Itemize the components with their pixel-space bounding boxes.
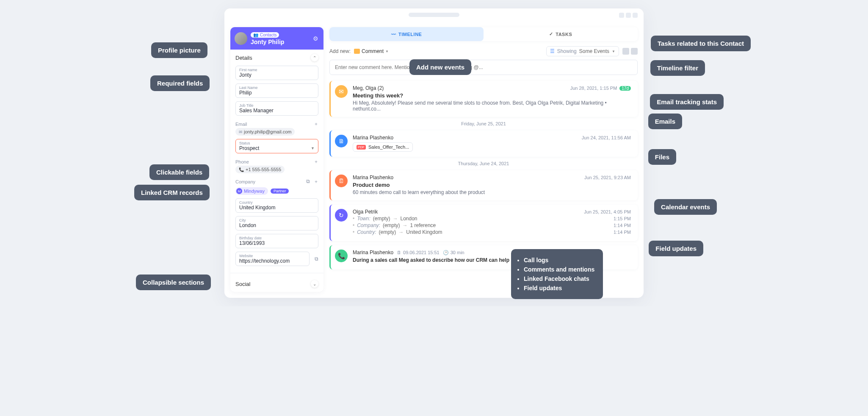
callout-list-item: Call logs (524, 257, 594, 263)
history-event-icon: ↻ (335, 209, 348, 222)
callout-list: Call logs Comments and mentions Linked F… (511, 249, 603, 299)
callout-tracking: Email tracking stats (650, 94, 724, 110)
details-label: Details (235, 55, 252, 61)
event-date: Jun 25, 2021, 9:23 AM (584, 175, 631, 180)
view-toggle-1[interactable] (622, 48, 629, 55)
filter-value: Some Events (579, 48, 609, 54)
last-name-field[interactable]: Last Name Philip (235, 83, 318, 98)
add-phone-button[interactable]: ＋ (314, 158, 318, 165)
field-value: Sales Manager (239, 108, 315, 114)
field-label: Last Name (239, 86, 315, 90)
tab-timeline[interactable]: 〰 TIMELINE (329, 27, 484, 41)
update-line: • Town: (empty) → London 1:15 PM (353, 216, 631, 222)
event-author: Marina Plashenko (353, 250, 393, 255)
event-author: Marina Plashenko (353, 135, 393, 141)
file-event-icon: 🗎 (335, 135, 348, 147)
event-title: Meeting this week? (353, 92, 631, 99)
phone-header-row: Phone ＋ (235, 157, 318, 166)
view-toggle-2[interactable] (631, 48, 638, 55)
comment-input[interactable] (329, 60, 638, 75)
calendar-event-icon: 🗓 (335, 175, 348, 187)
event-calendar[interactable]: 🗓 Marina Plashenko Jun 25, 2021, 9:23 AM… (329, 170, 638, 200)
email-event-icon: ✉ (335, 85, 348, 98)
update-time: 1:14 PM (614, 230, 631, 235)
comment-label: Comment (362, 48, 384, 54)
field-label: Status (239, 141, 315, 145)
comment-icon (354, 49, 360, 54)
chevron-down-icon: ▼ (612, 50, 615, 53)
company-chip[interactable]: M Mindyway (235, 187, 268, 195)
tasks-icon: ✓ (549, 31, 553, 37)
update-from: (empty) (379, 229, 396, 235)
contact-sidebar: 👥 Contacts Jonty Philip ⚙ Details ⌃ Firs… (230, 27, 323, 292)
field-label: Birthday date (239, 236, 315, 240)
email-value: jonty.philip@gmail.com (244, 129, 291, 134)
field-value: London (239, 222, 315, 228)
profile-name: Jonty Philip (251, 39, 310, 45)
country-field[interactable]: Country United Kingdom (235, 198, 318, 213)
file-chip[interactable]: PDF Sales_Offer_Tech... (353, 142, 413, 152)
clock-icon: 🕑 (443, 250, 449, 255)
details-header[interactable]: Details ⌃ (230, 50, 323, 66)
email-chip[interactable]: ✉ jonty.philip@gmail.com (235, 128, 295, 136)
social-header[interactable]: Social ⌄ (230, 276, 323, 292)
email-header-row: Email ＋ (235, 119, 318, 128)
job-title-field[interactable]: Job Title Sales Manager (235, 101, 318, 116)
calendar-icon: 🗓 (397, 250, 401, 255)
external-link-icon[interactable]: ⧉ (306, 178, 310, 184)
tabs: 〰 TIMELINE ✓ TASKS (329, 27, 638, 41)
company-label: Company (235, 179, 255, 184)
first-name-field[interactable]: First name Jonty (235, 66, 318, 80)
callout-collapsible: Collapsible sections (136, 275, 211, 290)
event-title: Product demo (353, 182, 631, 188)
tracking-badge: 17d (619, 86, 631, 91)
phone-value: +1 555-555-5555 (246, 167, 281, 172)
chevron-up-icon[interactable]: ⌃ (311, 54, 318, 61)
date-separator: Friday, June 25, 2021 (329, 121, 638, 126)
tab-timeline-label: TIMELINE (398, 32, 422, 37)
event-author: Marina Plashenko (353, 175, 393, 180)
chevron-down-icon[interactable]: ⌄ (311, 280, 318, 288)
update-to: 1 reference (410, 222, 436, 228)
callout-required: Required fields (150, 75, 210, 91)
partner-chip[interactable]: Partner (271, 189, 289, 194)
event-date: Jun 28, 2021, 1:15 PM (570, 86, 617, 91)
add-new-label: Add new: (329, 48, 351, 54)
add-comment-button[interactable]: Comment ▼ (354, 48, 389, 54)
event-field-update[interactable]: ↻ Olga Petrik Jun 25, 2021, 4:05 PM • To… (329, 205, 638, 241)
event-email[interactable]: ✉ Meg, Olga (2) Jun 28, 2021, 1:15 PM 17… (329, 81, 638, 117)
event-date: Jun 25, 2021, 4:05 PM (584, 209, 631, 214)
company-header-row: Company ⧉ ＋ (235, 177, 318, 186)
event-file[interactable]: 🗎 Marina Plashenko Jun 24, 2021, 11:56 A… (329, 130, 638, 157)
field-value: United Kingdom (239, 205, 315, 211)
company-chip-row: M Mindyway Partner (235, 187, 318, 195)
filter-icon: ☰ (550, 48, 555, 54)
update-to: United Kingdom (406, 229, 442, 235)
phone-label: Phone (235, 159, 249, 164)
callout-files: Files (648, 149, 676, 165)
timeline-icon: 〰 (391, 32, 396, 37)
status-field[interactable]: Status Prospect ▼ (235, 139, 318, 153)
update-time: 1:14 PM (614, 223, 631, 228)
tab-tasks[interactable]: ✓ TASKS (484, 27, 638, 41)
add-email-button[interactable]: ＋ (314, 121, 318, 127)
event-body: Hi Meg, Absolutely! Please send me sever… (353, 100, 631, 112)
contacts-chip[interactable]: 👥 Contacts (251, 32, 279, 38)
field-value: Philip (239, 90, 315, 96)
field-label: Website (239, 254, 306, 258)
avatar[interactable] (235, 32, 247, 45)
window-controls[interactable] (619, 13, 638, 18)
external-link-icon[interactable]: ⧉ (315, 256, 318, 262)
phone-chip[interactable]: 📞 +1 555-555-5555 (235, 166, 285, 173)
website-field[interactable]: Website https://technology.com (235, 252, 310, 266)
company-name: Mindyway (244, 189, 265, 194)
callout-tasks: Tasks related to this Contact (651, 36, 751, 51)
gear-icon[interactable]: ⚙ (313, 35, 318, 42)
add-company-button[interactable]: ＋ (314, 179, 318, 184)
city-field[interactable]: City London (235, 216, 318, 230)
field-value: https://technology.com (239, 258, 306, 264)
callout-filter: Timeline filter (650, 60, 705, 76)
timeline-filter[interactable]: ☰ Showing Some Events ▼ (546, 46, 619, 56)
birthday-field[interactable]: Birthday date 13/06/1993 (235, 234, 318, 248)
update-time: 1:15 PM (614, 216, 631, 221)
